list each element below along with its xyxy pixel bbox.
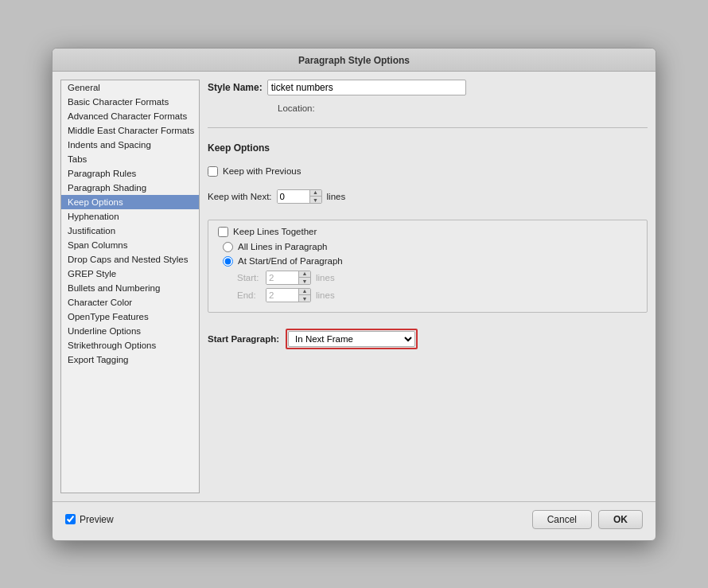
start-down[interactable]: ▼ <box>299 278 310 285</box>
at-start-end-row: At Start/End of Paragraph <box>223 256 637 267</box>
keep-lines-together-checkbox[interactable] <box>218 227 228 237</box>
end-up[interactable]: ▲ <box>299 288 310 295</box>
start-input[interactable] <box>266 271 298 284</box>
footer-buttons: Cancel OK <box>532 510 643 529</box>
end-row: End: ▲ ▼ lines <box>237 288 637 302</box>
ok-button[interactable]: OK <box>598 510 643 529</box>
keep-with-next-row: Keep with Next: ▲ ▼ lines <box>208 189 648 204</box>
sidebar-item-opentype-features[interactable]: OpenType Features <box>61 310 199 324</box>
sidebar-item-paragraph-rules[interactable]: Paragraph Rules <box>61 166 199 181</box>
sidebar-item-justification[interactable]: Justification <box>61 224 199 238</box>
start-paragraph-select-wrapper: AnywhereIn Next ColumnIn Next FrameOn Ne… <box>286 329 418 349</box>
cancel-button[interactable]: Cancel <box>532 510 592 529</box>
keep-with-previous-checkbox[interactable] <box>208 166 218 177</box>
at-start-end-label: At Start/End of Paragraph <box>238 256 343 266</box>
footer: Preview Cancel OK <box>53 501 655 540</box>
keep-with-next-spinner[interactable]: ▲ ▼ <box>277 189 322 204</box>
end-label: End: <box>237 290 261 300</box>
section-title: Keep Options <box>208 142 648 154</box>
all-lines-row: All Lines in Paragraph <box>223 242 637 252</box>
location-label: Location: <box>278 103 315 113</box>
dialog-title: Paragraph Style Options <box>53 49 655 72</box>
keep-with-next-arrows: ▲ ▼ <box>309 189 321 204</box>
style-name-label: Style Name: <box>208 82 263 93</box>
main-content: Style Name: Location: Keep Options Keep … <box>208 80 648 493</box>
sidebar: GeneralBasic Character FormatsAdvanced C… <box>60 80 200 493</box>
start-row: Start: ▲ ▼ lines <box>237 271 637 285</box>
sidebar-item-export-tagging[interactable]: Export Tagging <box>61 352 199 367</box>
end-unit: lines <box>316 290 335 300</box>
end-input[interactable] <box>266 289 298 302</box>
start-up[interactable]: ▲ <box>299 271 310 278</box>
preview-label: Preview <box>80 514 114 525</box>
sidebar-item-span-columns[interactable]: Span Columns <box>61 238 199 252</box>
keep-lines-together-label: Keep Lines Together <box>233 227 317 236</box>
sidebar-item-bullets-and-numbering[interactable]: Bullets and Numbering <box>61 281 199 295</box>
end-spinner[interactable]: ▲ ▼ <box>266 288 311 302</box>
sidebar-item-advanced-character-formats[interactable]: Advanced Character Formats <box>61 109 199 123</box>
sidebar-item-middle-east-character-formats[interactable]: Middle East Character Formats <box>61 123 199 138</box>
location-row: Location: <box>278 103 648 113</box>
sidebar-item-strikethrough-options[interactable]: Strikethrough Options <box>61 338 199 352</box>
keep-with-next-up[interactable]: ▲ <box>310 189 321 197</box>
all-lines-label: All Lines in Paragraph <box>238 242 328 251</box>
sidebar-item-drop-caps-and-nested-styles[interactable]: Drop Caps and Nested Styles <box>61 252 199 267</box>
keep-with-previous-row: Keep with Previous <box>208 166 648 177</box>
sidebar-item-grep-style[interactable]: GREP Style <box>61 267 199 281</box>
sidebar-item-keep-options[interactable]: Keep Options <box>61 195 199 209</box>
sidebar-item-character-color[interactable]: Character Color <box>61 295 199 310</box>
style-name-row: Style Name: <box>208 80 648 95</box>
dialog: Paragraph Style Options GeneralBasic Cha… <box>52 48 656 541</box>
sidebar-item-paragraph-shading[interactable]: Paragraph Shading <box>61 181 199 195</box>
end-down[interactable]: ▼ <box>299 295 310 302</box>
end-arrows: ▲ ▼ <box>298 288 310 302</box>
start-unit: lines <box>316 273 335 282</box>
start-arrows: ▲ ▼ <box>298 271 310 285</box>
sidebar-item-basic-character-formats[interactable]: Basic Character Formats <box>61 95 199 109</box>
keep-with-next-input[interactable] <box>278 190 309 203</box>
start-paragraph-label: Start Paragraph: <box>208 334 279 344</box>
divider <box>208 127 648 128</box>
style-name-input[interactable] <box>267 80 466 95</box>
keep-lines-header: Keep Lines Together <box>218 227 637 237</box>
all-lines-radio[interactable] <box>223 242 233 252</box>
keep-lines-group: Keep Lines Together All Lines in Paragra… <box>208 220 648 313</box>
keep-with-next-down[interactable]: ▼ <box>310 197 321 204</box>
keep-with-next-label: Keep with Next: <box>208 192 272 201</box>
start-spinner[interactable]: ▲ ▼ <box>266 271 311 285</box>
sidebar-item-hyphenation[interactable]: Hyphenation <box>61 209 199 224</box>
preview-section: Preview <box>65 514 114 525</box>
sidebar-item-general[interactable]: General <box>61 80 199 95</box>
start-label: Start: <box>237 273 261 282</box>
sidebar-item-tabs[interactable]: Tabs <box>61 152 199 166</box>
sidebar-item-indents-and-spacing[interactable]: Indents and Spacing <box>61 138 199 152</box>
keep-with-previous-label: Keep with Previous <box>223 166 301 176</box>
sidebar-item-underline-options[interactable]: Underline Options <box>61 324 199 338</box>
start-paragraph-select[interactable]: AnywhereIn Next ColumnIn Next FrameOn Ne… <box>288 331 415 347</box>
at-start-end-radio[interactable] <box>223 256 233 267</box>
preview-checkbox[interactable] <box>65 514 76 524</box>
keep-with-next-unit: lines <box>327 192 346 201</box>
start-paragraph-row: Start Paragraph: AnywhereIn Next ColumnI… <box>208 329 648 349</box>
